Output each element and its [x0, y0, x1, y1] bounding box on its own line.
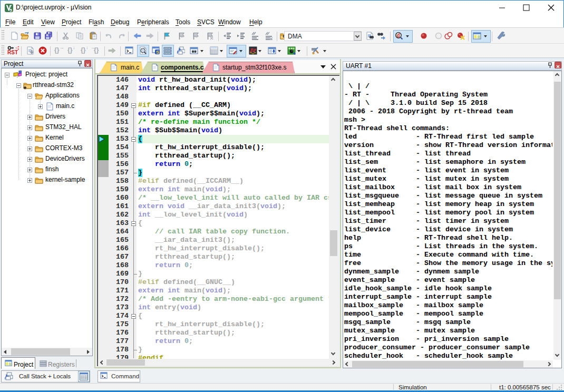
svg-text:5: 5 [10, 8, 12, 13]
svg-text:d: d [397, 33, 400, 38]
svg-text:S: S [156, 50, 159, 55]
